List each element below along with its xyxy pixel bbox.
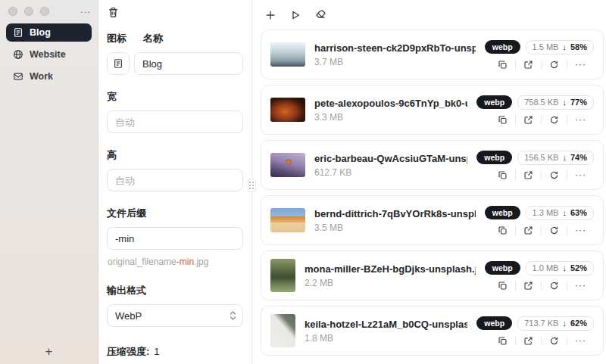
file-row[interactable]: pete-alexopoulos-9c6TnYp_bk0-unsplas... … (261, 85, 604, 135)
open-external-button[interactable] (516, 115, 541, 125)
copy-button[interactable] (490, 60, 515, 70)
clear-icon (315, 9, 326, 20)
file-actions: ··· (490, 115, 594, 125)
suffix-input[interactable] (107, 227, 243, 250)
open-external-button[interactable] (516, 226, 541, 235)
document-icon (113, 58, 123, 69)
copy-icon (498, 336, 508, 346)
minimize-window-button[interactable] (24, 7, 33, 16)
format-badge: webp (476, 95, 512, 109)
sidebar-more-button[interactable]: … (80, 3, 92, 14)
copy-button[interactable] (490, 170, 515, 180)
project-icon-picker[interactable] (107, 52, 130, 75)
refresh-button[interactable] (542, 115, 567, 125)
more-actions-button[interactable]: ··· (567, 281, 594, 290)
open-external-icon (523, 170, 533, 180)
copy-button[interactable] (490, 281, 515, 291)
output-size: 1.0 MB (533, 263, 559, 272)
result-size-pill: 1.3 MB ↓ 63% (526, 206, 594, 220)
more-actions-button[interactable]: ··· (567, 336, 594, 345)
zoom-window-button[interactable] (40, 7, 49, 16)
more-actions-button[interactable]: ··· (567, 60, 594, 69)
run-icon (290, 10, 301, 20)
file-list-panel: harrison-steen-ck2D9pxRbTo-unsplash.jpg … (252, 0, 606, 364)
strength-label: 压缩强度: (107, 345, 149, 359)
down-arrow-icon: ↓ (562, 153, 567, 162)
file-original-size: 3.7 MB (314, 57, 476, 67)
copy-icon (498, 115, 508, 125)
refresh-icon (549, 115, 559, 125)
copy-icon (498, 226, 508, 235)
format-badge: webp (476, 151, 512, 164)
sidebar-item-work[interactable]: Work (6, 67, 92, 86)
open-external-button[interactable] (516, 60, 541, 70)
refresh-button[interactable] (542, 170, 567, 180)
copy-icon (498, 281, 508, 291)
file-thumbnail (270, 42, 305, 67)
project-nav: Blog Website Work (6, 23, 92, 86)
more-actions-button[interactable]: ··· (567, 115, 594, 124)
file-original-size: 1.8 MB (305, 333, 467, 344)
output-format-value: WebP (115, 310, 142, 322)
run-compression-button[interactable] (289, 8, 302, 22)
file-original-size: 3.5 MB (314, 222, 476, 233)
result-size-pill: 1.0 MB ↓ 52% (526, 261, 594, 275)
file-row[interactable]: harrison-steen-ck2D9pxRbTo-unsplash.jpg … (261, 30, 604, 79)
file-thumbnail (270, 153, 305, 177)
file-original-size: 2.2 MB (305, 278, 476, 288)
refresh-button[interactable] (542, 226, 567, 235)
copy-button[interactable] (490, 115, 515, 125)
output-size: 156.5 KB (524, 153, 558, 162)
suffix-field-label: 文件后缀 (107, 207, 243, 220)
height-input[interactable] (107, 169, 243, 191)
close-window-button[interactable] (8, 7, 17, 16)
file-name: eric-barbeau-QwAcsiuGTaM-unsplash.jpg (314, 153, 467, 164)
file-row[interactable]: keila-hotzel-Lz21aM_b0CQ-unsplash.jpg 1.… (261, 306, 604, 356)
document-icon (13, 27, 23, 38)
add-project-button[interactable]: + (39, 343, 59, 361)
file-row[interactable]: bernd-dittrich-7qBvYOrRk8s-unsplash.jpg … (261, 195, 604, 245)
file-actions: ··· (490, 281, 594, 291)
sidebar-item-blog[interactable]: Blog (6, 23, 92, 42)
file-actions: ··· (490, 60, 594, 70)
refresh-icon (549, 170, 559, 180)
copy-button[interactable] (490, 336, 515, 346)
reduction-percent: 74% (570, 153, 587, 162)
result-size-pill: 713.7 KB ↓ 62% (517, 316, 594, 331)
width-input[interactable] (107, 110, 243, 133)
refresh-button[interactable] (542, 281, 567, 291)
open-external-button[interactable] (516, 170, 541, 180)
file-thumbnail (270, 208, 305, 232)
refresh-button[interactable] (542, 336, 567, 346)
file-row[interactable]: mona-miller-BZeH-bgDjks-unsplash.jpg 2.2… (261, 250, 604, 300)
output-size: 1.3 MB (533, 208, 559, 217)
file-name: pete-alexopoulos-9c6TnYp_bk0-unsplas... (314, 98, 467, 109)
more-actions-button[interactable]: ··· (567, 226, 594, 235)
height-field-label: 高 (107, 148, 243, 162)
output-format-select[interactable]: WebP (107, 304, 243, 327)
delete-project-button[interactable] (108, 7, 119, 18)
project-name-input[interactable] (134, 52, 243, 75)
open-external-button[interactable] (516, 336, 541, 346)
panel-resize-handle[interactable] (248, 179, 256, 192)
copy-icon (498, 170, 508, 180)
add-files-button[interactable] (264, 8, 277, 22)
sidebar-item-label: Blog (30, 27, 51, 38)
refresh-button[interactable] (542, 60, 567, 70)
open-external-button[interactable] (516, 281, 541, 291)
sidebar-item-website[interactable]: Website (6, 45, 92, 64)
down-arrow-icon: ↓ (562, 98, 567, 107)
clear-list-button[interactable] (314, 8, 328, 22)
reduction-percent: 62% (570, 319, 587, 328)
output-size: 758.5 KB (524, 98, 558, 107)
file-original-size: 3.3 MB (314, 112, 467, 123)
list-toolbar (261, 6, 604, 30)
open-external-icon (523, 226, 533, 235)
copy-button[interactable] (490, 226, 515, 235)
format-badge: webp (485, 206, 520, 219)
file-row[interactable]: eric-barbeau-QwAcsiuGTaM-unsplash.jpg 61… (261, 140, 604, 190)
suffix-highlight: -min (176, 257, 194, 267)
file-actions: ··· (490, 226, 594, 235)
more-actions-button[interactable]: ··· (567, 170, 594, 179)
globe-icon (13, 49, 23, 60)
